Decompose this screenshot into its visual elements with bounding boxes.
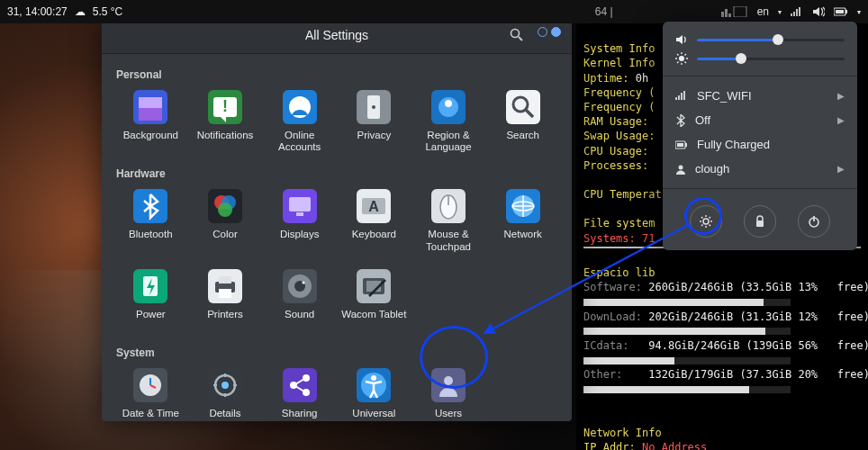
users-icon <box>431 368 466 402</box>
displays-icon <box>283 189 317 223</box>
color-icon <box>208 189 242 223</box>
user-menu-item[interactable]: clough ▶ <box>663 157 857 181</box>
brightness-icon <box>675 52 688 65</box>
battery-menu-item[interactable]: Fully Charged <box>663 132 857 157</box>
svg-point-7 <box>511 30 520 38</box>
user-label: clough <box>695 162 729 176</box>
settings-round-button[interactable] <box>690 205 722 238</box>
settings-item-displays[interactable]: Displays <box>263 184 336 257</box>
settings-item-background[interactable]: Background <box>114 85 187 158</box>
online-accounts-icon <box>283 90 317 124</box>
settings-item-power[interactable]: Power <box>114 264 187 338</box>
fs-row: DownLoad: 202GiB/246GiB (31.3GiB 12% fre… <box>583 310 861 338</box>
brightness-slider-row[interactable] <box>663 49 857 68</box>
svg-point-53 <box>290 382 297 389</box>
settings-item-label: Wacom Tablet <box>339 309 408 332</box>
svg-point-74 <box>703 219 709 224</box>
svg-rect-0 <box>721 12 724 17</box>
temperature: 5.5 °C <box>93 5 122 18</box>
bluetooth-label: Off <box>695 113 710 127</box>
svg-text:A: A <box>369 199 380 214</box>
battery-label: Fully Charged <box>697 138 770 151</box>
dropdown-icon: ▾ <box>857 8 861 16</box>
details-icon <box>208 368 242 402</box>
svg-rect-36 <box>219 289 231 298</box>
settings-item-label: Keyboard <box>350 229 398 252</box>
settings-item-users[interactable]: Users <box>412 363 485 421</box>
settings-item-region-language[interactable]: Region & Language <box>412 85 485 158</box>
brightness-slider[interactable] <box>697 58 845 60</box>
settings-item-printers[interactable]: Printers <box>189 264 262 338</box>
svg-line-56 <box>295 379 304 384</box>
settings-item-wacom-tablet[interactable]: Wacom Tablet <box>338 264 411 338</box>
sharing-icon <box>283 368 317 402</box>
svg-line-66 <box>677 54 679 56</box>
settings-item-sound[interactable]: Sound <box>263 264 336 338</box>
settings-item-universal-access[interactable]: Universal Access <box>338 363 411 421</box>
wifi-menu-item[interactable]: SFC_WIFI ▶ <box>663 84 857 108</box>
search-icon <box>506 90 540 124</box>
settings-item-details[interactable]: Details <box>189 363 262 421</box>
svg-line-80 <box>710 225 711 227</box>
svg-line-67 <box>685 62 687 64</box>
settings-item-label: Sharing <box>280 408 320 421</box>
lock-round-button[interactable] <box>744 205 776 238</box>
settings-item-label: Bluetooth <box>127 229 175 252</box>
svg-point-61 <box>679 56 684 61</box>
svg-line-81 <box>701 225 703 227</box>
temp-icon: ☁ <box>75 5 86 18</box>
settings-item-label: Power <box>134 309 167 332</box>
settings-item-notifications[interactable]: !Notifications <box>189 85 262 158</box>
volume-slider[interactable] <box>697 39 845 41</box>
settings-item-privacy[interactable]: Privacy <box>338 85 411 158</box>
clock: 31, 14:00:27 <box>7 5 68 18</box>
settings-item-online-accounts[interactable]: Online Accounts <box>263 85 336 158</box>
universal-access-icon <box>357 368 391 402</box>
volume-icon <box>675 34 688 45</box>
mouse-touchpad-icon <box>431 189 466 223</box>
settings-item-color[interactable]: Color <box>189 184 262 257</box>
svg-point-54 <box>303 374 310 382</box>
svg-point-55 <box>303 389 310 396</box>
settings-item-keyboard[interactable]: AKeyboard <box>338 184 411 257</box>
chevron-right-icon: ▶ <box>837 115 845 125</box>
chevron-right-icon: ▶ <box>837 164 845 174</box>
settings-item-label: Users <box>433 408 464 421</box>
fs-row: Software: 260GiB/246GiB (33.5GiB 13% fre… <box>583 280 861 309</box>
svg-point-15 <box>372 105 375 109</box>
svg-point-22 <box>218 202 232 217</box>
wifi-icon[interactable] <box>791 7 803 16</box>
settings-item-mouse-touchpad[interactable]: Mouse & Touchpad <box>412 184 485 257</box>
search-button[interactable] <box>507 25 527 45</box>
bluetooth-icon <box>675 114 686 127</box>
settings-item-sharing[interactable]: Sharing <box>263 363 336 421</box>
volume-slider-row[interactable] <box>663 31 857 49</box>
settings-item-label: Universal Access <box>338 408 411 421</box>
settings-item-label: Notifications <box>195 130 256 153</box>
netgraph-icon[interactable] <box>721 6 748 17</box>
svg-rect-3 <box>734 6 746 17</box>
view-toggle[interactable] <box>538 27 561 37</box>
svg-rect-24 <box>296 212 303 216</box>
svg-line-82 <box>710 217 711 219</box>
system-menu: SFC_WIFI ▶ Off ▶ Fully Charged clough ▶ <box>663 22 857 250</box>
settings-item-network[interactable]: Network <box>486 184 559 257</box>
svg-text:!: ! <box>222 97 228 115</box>
power-round-button[interactable] <box>798 205 830 238</box>
keyboard-icon: A <box>357 189 391 223</box>
language-indicator[interactable]: en <box>757 5 769 18</box>
settings-item-bluetooth[interactable]: Bluetooth <box>114 184 187 257</box>
fs-row: Other: 132GiB/179GiB (37.3GiB 20% free) <box>583 367 861 396</box>
svg-point-39 <box>302 281 304 284</box>
settings-item-date-time[interactable]: Date & Time <box>114 363 187 421</box>
battery-icon <box>675 140 688 149</box>
section-system: System <box>116 346 559 359</box>
wifi-icon <box>675 89 688 103</box>
notifications-icon: ! <box>208 90 242 124</box>
svg-rect-23 <box>289 197 311 212</box>
svg-rect-71 <box>685 143 687 147</box>
wacom-tablet-icon <box>357 269 391 303</box>
settings-item-search[interactable]: Search <box>486 85 559 158</box>
bluetooth-menu-item[interactable]: Off ▶ <box>663 108 857 132</box>
settings-item-label: Network <box>502 229 544 252</box>
